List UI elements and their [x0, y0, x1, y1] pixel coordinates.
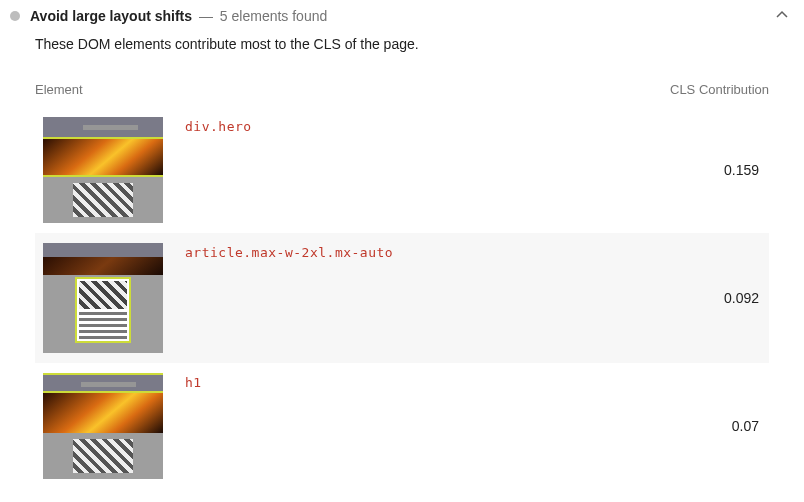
cls-value: 0.092	[724, 290, 761, 306]
column-header-element: Element	[35, 82, 670, 97]
table-header-row: Element CLS Contribution	[35, 66, 769, 107]
element-selector: div.hero	[185, 117, 702, 134]
cls-table: Element CLS Contribution div.hero 0.159 …	[0, 66, 804, 489]
element-thumbnail	[43, 243, 163, 353]
status-dot-icon	[10, 11, 20, 21]
table-row[interactable]: article.max-w-2xl.mx-auto 0.092	[35, 233, 769, 363]
column-header-cls: CLS Contribution	[670, 82, 769, 97]
element-thumbnail	[43, 373, 163, 479]
audit-header[interactable]: Avoid large layout shifts — 5 elements f…	[0, 0, 804, 32]
cls-value: 0.159	[724, 162, 761, 178]
element-selector: article.max-w-2xl.mx-auto	[185, 243, 702, 260]
audit-description: These DOM elements contribute most to th…	[0, 32, 804, 66]
element-selector: h1	[185, 373, 710, 390]
audit-count: 5 elements found	[220, 8, 327, 24]
chevron-up-icon[interactable]	[770, 9, 794, 23]
cls-value: 0.07	[732, 418, 761, 434]
dash: —	[196, 8, 216, 24]
table-row[interactable]: h1 0.07	[35, 363, 769, 489]
table-row[interactable]: div.hero 0.159	[35, 107, 769, 233]
element-thumbnail	[43, 117, 163, 223]
audit-title: Avoid large layout shifts	[30, 8, 192, 24]
